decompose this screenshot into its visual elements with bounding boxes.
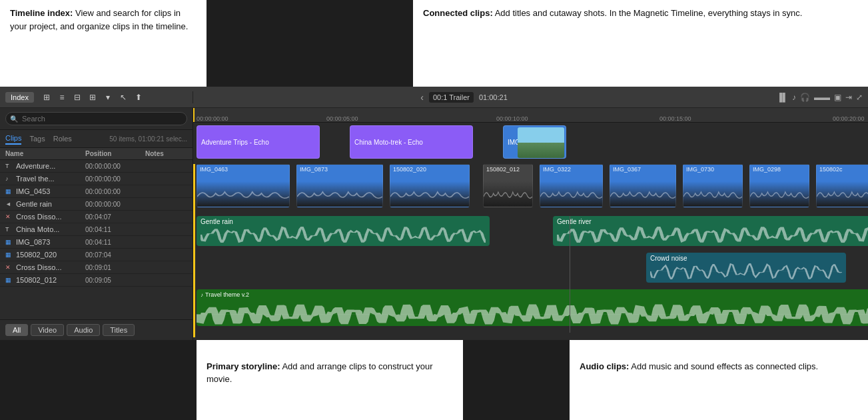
music-waveform xyxy=(197,303,868,326)
clip-position: 00:04:11 xyxy=(85,226,145,233)
primary-clip-label: 150802_020 xyxy=(393,166,426,173)
music-clip[interactable]: ♪ Travel theme v.2 xyxy=(197,289,868,326)
search-bar: 🔍 xyxy=(0,108,193,130)
primary-clip-waveform xyxy=(484,187,532,207)
audio-clip[interactable]: Crowd noise xyxy=(646,253,846,283)
clip-name: T Adventure... xyxy=(5,162,85,170)
primary-clip[interactable]: IMG_0322 xyxy=(540,164,603,207)
clip-name: ✕ Cross Disso... xyxy=(5,213,85,221)
primary-clip-waveform xyxy=(197,187,289,207)
audio-separator-line xyxy=(570,216,570,333)
clip-row[interactable]: ▦ 150802_012 00:09:05 xyxy=(0,274,193,287)
clip-type-icon: T xyxy=(5,163,13,169)
clip-type-icon: ▦ xyxy=(5,239,13,245)
toolbar-center: ‹ 00:1 Trailer 01:00:21 xyxy=(193,92,735,103)
clip-position: 00:09:05 xyxy=(85,277,145,284)
audio-clip[interactable]: Gentle rain xyxy=(197,216,490,246)
connected-clip[interactable]: IMG_1775 xyxy=(503,125,566,159)
toolbar-left: Index ⊞ ≡ ⊟ ⊞ ▾ ↖ ⬆ xyxy=(0,91,193,103)
tab-roles[interactable]: Roles xyxy=(53,133,72,144)
primary-clip-label: 150802c xyxy=(819,166,843,173)
clip-row[interactable]: T Adventure... 00:00:00:00 xyxy=(0,160,193,173)
clip-count: 50 items, 01:00:21 selec... xyxy=(109,135,187,143)
primary-clip[interactable]: IMG_0463 xyxy=(197,164,290,207)
clip-row[interactable]: ▦ IMG_0873 00:04:11 xyxy=(0,236,193,249)
col-position: Position xyxy=(85,150,145,157)
audio-waveform xyxy=(201,225,486,244)
tab-clips[interactable]: Clips xyxy=(5,133,21,145)
audio-clip[interactable]: Gentle river xyxy=(553,216,868,246)
ruler-mark: 00:00:20:00 xyxy=(833,115,865,122)
headphones-icon[interactable]: 🎧 xyxy=(800,93,810,102)
clip-row[interactable]: ▦ 150802_020 00:07:04 xyxy=(0,249,193,261)
col-name: Name xyxy=(5,150,85,157)
clip-row[interactable]: ▦ IMG_0453 00:00:00:00 xyxy=(0,185,193,198)
clip-name: ▦ 150802_012 xyxy=(5,276,85,284)
timeline-tracks[interactable]: Adventure Trips - EchoChina Moto-trek - … xyxy=(193,123,868,340)
primary-clip[interactable]: 150802_012 xyxy=(483,164,533,207)
layout-icon[interactable]: ▬▬ xyxy=(814,93,830,102)
annotation-top-left: Timeline index: View and search for clip… xyxy=(0,0,207,87)
list-view-icon[interactable]: ≡ xyxy=(56,91,68,103)
connected-clip[interactable]: China Moto-trek - Echo xyxy=(350,125,473,159)
primary-clip[interactable]: IMG_0367 xyxy=(610,164,676,207)
filter-titles-button[interactable]: Titles xyxy=(103,324,135,336)
clip-name: ◄ Gentle rain xyxy=(5,200,85,208)
clip-position: 00:09:01 xyxy=(85,264,145,271)
annotation-bottom-left: Primary storyline: Add and arrange clips… xyxy=(197,340,463,420)
track-audio-2: Crowd noise xyxy=(193,253,868,286)
primary-clip-waveform xyxy=(750,187,809,207)
clip-row[interactable]: ✕ Cross Disso... 00:04:07 xyxy=(0,211,193,223)
primary-clip[interactable]: IMG_0730 xyxy=(683,164,743,207)
audio-meter-icon[interactable]: ▐▌ xyxy=(777,93,788,102)
connected-clip[interactable]: Adventure Trips - Echo xyxy=(197,125,320,159)
clip-position: 00:04:11 xyxy=(85,239,145,246)
audio-clip-label: Gentle river xyxy=(557,218,868,225)
grid-icon[interactable]: ⊞ xyxy=(87,91,99,103)
nav-left-button[interactable]: ‹ xyxy=(420,92,424,103)
clip-name-text: Adventure... xyxy=(16,162,55,170)
clip-row[interactable]: ◄ Gentle rain 00:00:00:00 xyxy=(0,198,193,211)
primary-clip-waveform xyxy=(297,187,382,207)
clip-name: T China Moto... xyxy=(5,225,85,233)
search-input[interactable] xyxy=(5,112,187,125)
clip-view-icon[interactable]: ⊞ xyxy=(41,91,53,103)
fullscreen-icon[interactable]: ⤢ xyxy=(856,93,863,102)
primary-clip-waveform xyxy=(540,187,602,207)
clip-row[interactable]: ✕ Cross Disso... 00:09:01 xyxy=(0,261,193,274)
annotation-bottom-right: Audio clips: Add music and sound effects… xyxy=(570,340,868,420)
settings-icon[interactable]: ▾ xyxy=(102,91,114,103)
primary-clip-label: IMG_0730 xyxy=(686,166,714,173)
primary-clip-label: IMG_0873 xyxy=(300,166,328,173)
viewer-icon[interactable]: ▣ xyxy=(834,93,841,102)
primary-clip[interactable]: 150802c xyxy=(816,164,868,207)
index-button[interactable]: Index xyxy=(5,92,34,103)
cursor-icon[interactable]: ↖ xyxy=(117,91,129,103)
music-clip-name: Travel theme v.2 xyxy=(205,291,249,298)
clip-type-icon: ▦ xyxy=(5,277,13,283)
clip-row[interactable]: ♪ Travel the... 00:00:00:00 xyxy=(0,173,193,185)
clip-name-text: 150802_020 xyxy=(16,251,57,259)
track-connected: Adventure Trips - EchoChina Moto-trek - … xyxy=(193,125,868,162)
waveform-icon[interactable]: ♪ xyxy=(792,93,796,102)
filter-video-button[interactable]: Video xyxy=(31,324,64,336)
filmstrip-icon[interactable]: ⊟ xyxy=(71,91,83,103)
clip-position: 00:04:07 xyxy=(85,213,145,221)
filter-audio-button[interactable]: Audio xyxy=(67,324,100,336)
primary-clip[interactable]: 150802_020 xyxy=(390,164,470,207)
clip-row[interactable]: T China Moto... 00:04:11 xyxy=(0,223,193,236)
export-icon[interactable]: ⇥ xyxy=(845,93,852,102)
clip-table: T Adventure... 00:00:00:00 ♪ Travel the.… xyxy=(0,160,193,319)
primary-clip-waveform xyxy=(683,187,742,207)
pointer-icon[interactable]: ⬆ xyxy=(133,91,145,103)
tab-tags[interactable]: Tags xyxy=(29,133,45,144)
clip-table-header: Name Position Notes xyxy=(0,148,193,160)
clip-type-icon: ✕ xyxy=(5,264,13,271)
audio-clip-label: Gentle rain xyxy=(201,218,486,225)
timeline: 00:00:00:0000:00:05:0000:00:10:0000:00:1… xyxy=(193,108,868,340)
primary-clip[interactable]: IMG_0873 xyxy=(296,164,383,207)
audio-clip-label: Crowd noise xyxy=(650,255,842,262)
annotation-bottom-right-bold: Audio clips: xyxy=(580,361,629,371)
primary-clip[interactable]: IMG_0298 xyxy=(749,164,809,207)
filter-all-button[interactable]: All xyxy=(5,324,28,336)
